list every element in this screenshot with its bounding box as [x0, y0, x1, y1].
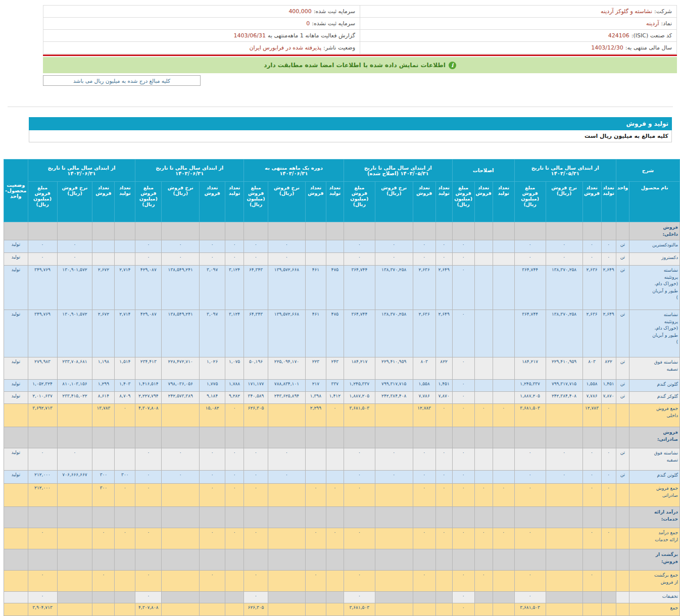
value-cell: ۹,۲۸۲: [225, 392, 244, 404]
value-cell: [375, 571, 413, 592]
isic-value: 424106: [608, 32, 629, 39]
value-cell: ۳۰۰: [115, 471, 135, 484]
product-name-cell: نشاسته فوق تصفیه: [629, 357, 680, 380]
value-cell: [57, 222, 92, 240]
value-cell: [326, 507, 344, 528]
value-cell: ۰: [514, 253, 546, 266]
value-cell: [92, 427, 115, 448]
value-cell: ۰: [225, 448, 244, 471]
value-cell: [268, 404, 306, 427]
value-cell: ۳۶۴,۷۴۴: [344, 310, 375, 357]
product-name-cell: جمع فروش صادراتی: [629, 484, 680, 507]
value-cell: [162, 507, 200, 528]
value-cell: [601, 592, 616, 603]
product-status-cell: [4, 571, 28, 592]
value-cell: ۰: [92, 571, 115, 592]
amounts-unit-button[interactable]: کلیه مبالغ درج شده به میلیون ریال می باش…: [43, 75, 201, 86]
header-qty-produced: تعداد تولید: [326, 182, 344, 222]
value-cell: ۲,۶۴۹: [435, 310, 452, 357]
value-cell: ۲۴۳,۶۲۵,۸۹۴: [268, 392, 306, 404]
value-cell: [225, 549, 244, 571]
value-cell: ۸۲۲: [601, 357, 616, 380]
value-cell: ۷۹۹,۳۱۷,۷۱۵: [546, 380, 582, 392]
value-cell: [493, 448, 514, 471]
value-cell: ۰: [493, 528, 514, 549]
value-cell: [57, 528, 92, 549]
header-group-4: از ابتدای سال مالی تا تاریخ ۱۴۰۳/۰۶/۳۱: [135, 160, 244, 182]
product-name-cell: نشاسته فوق تصفیه: [629, 448, 680, 471]
value-cell: ۰: [435, 528, 452, 549]
value-cell: [344, 507, 375, 528]
value-cell: [326, 253, 344, 266]
value-cell: ۲,۲۲۷,۷۹۴: [135, 392, 162, 404]
value-cell: ۰: [28, 571, 57, 592]
product-name-cell: مالتودکسترین: [629, 240, 680, 253]
header-qty-produced: تعداد تولید: [435, 182, 452, 222]
value-cell: ۴,۳۰۷,۸۰۸: [135, 404, 162, 427]
production-sales-table: شرحاز ابتدای سال مالی تا تاریخ ۱۴۰۳/۰۵/۳…: [4, 159, 680, 616]
value-cell: ۰: [225, 240, 244, 253]
value-cell: [244, 427, 268, 448]
value-cell: [493, 266, 514, 310]
value-cell: ۰: [200, 240, 225, 253]
unit-cell: تن: [616, 471, 629, 484]
value-cell: ۰: [344, 448, 375, 471]
value-cell: ۲,۶۷۲: [92, 266, 115, 310]
value-cell: ۱۳۰,۹۰۱,۵۷۲: [57, 266, 92, 310]
value-cell: [546, 528, 582, 549]
value-cell: ۱,۴۱۶,۵۱۴: [135, 380, 162, 392]
value-cell: [135, 222, 162, 240]
value-cell: [305, 253, 326, 266]
value-cell: [474, 448, 493, 471]
value-cell: [268, 549, 306, 571]
value-cell: ۲۱۲,۰۰۰: [28, 471, 57, 484]
value-cell: [162, 549, 200, 571]
value-cell: [57, 404, 92, 427]
header-sale-rate: نرخ فروش (ریال): [57, 182, 92, 222]
value-cell: ۰: [474, 484, 493, 507]
value-cell: [225, 571, 244, 592]
value-cell: ۱,۸۸۷,۲۰۵: [344, 392, 375, 404]
value-cell: ۰: [225, 253, 244, 266]
value-cell: [375, 592, 413, 603]
fiscal-year-cell: سال مالی منتهی به:1403/12/30: [360, 42, 677, 54]
value-cell: [493, 392, 514, 404]
value-cell: ۰: [375, 471, 413, 484]
value-cell: [268, 507, 306, 528]
value-cell: ۰: [452, 310, 474, 357]
value-cell: [326, 448, 344, 471]
value-cell: [474, 592, 493, 603]
value-cell: ۱۸۴,۲۱۷: [514, 357, 546, 380]
header-qty-sold: تعداد فروش: [413, 182, 435, 222]
product-status-cell: [4, 603, 28, 616]
value-cell: [200, 507, 225, 528]
value-cell: ۳۴۰,۵۸۹: [244, 392, 268, 404]
value-cell: [546, 592, 582, 603]
product-name-cell: جمع: [629, 603, 680, 616]
value-cell: ۰: [305, 571, 326, 592]
value-cell: ۲,۶۳۶: [582, 266, 601, 310]
value-cell: ۰: [28, 592, 57, 603]
header-qty-produced: تعداد تولید: [601, 182, 616, 222]
value-cell: ۰: [244, 484, 268, 507]
value-cell: [135, 549, 162, 571]
table-row: گلوتن گندمتن۱,۴۵۱۱,۵۵۸۷۹۹,۳۱۷,۷۱۵۱,۲۴۵,۳…: [4, 380, 680, 392]
value-cell: ۰: [326, 484, 344, 507]
value-cell: ۱,۵۵۸: [582, 380, 601, 392]
value-cell: [344, 427, 375, 448]
value-cell: ۶۴,۳۴۳: [244, 310, 268, 357]
value-cell: ۰: [28, 240, 57, 253]
header-qty-sold: تعداد فروش: [305, 182, 326, 222]
value-cell: ۲,۲۹۹: [305, 404, 326, 427]
value-cell: [268, 222, 306, 240]
value-cell: ۰: [413, 471, 435, 484]
value-cell: ۷,۷۸۶: [413, 392, 435, 404]
info-row: سال مالی منتهی به:1403/12/30 وضعیت ناشر:…: [43, 42, 677, 54]
value-cell: ۱۲,۷۸۳: [582, 404, 601, 427]
value-cell: [474, 392, 493, 404]
table-row: مالتودکسترینتن۰۰۰۰۰۰۰۰۰۰۰۰۰۰۰۰۰تولید: [4, 240, 680, 253]
value-cell: ۰: [200, 253, 225, 266]
header-sale-amount: مبلغ فروش (میلیون ریال): [514, 182, 546, 222]
value-cell: ۰: [57, 448, 92, 471]
red-divider: [43, 55, 677, 56]
